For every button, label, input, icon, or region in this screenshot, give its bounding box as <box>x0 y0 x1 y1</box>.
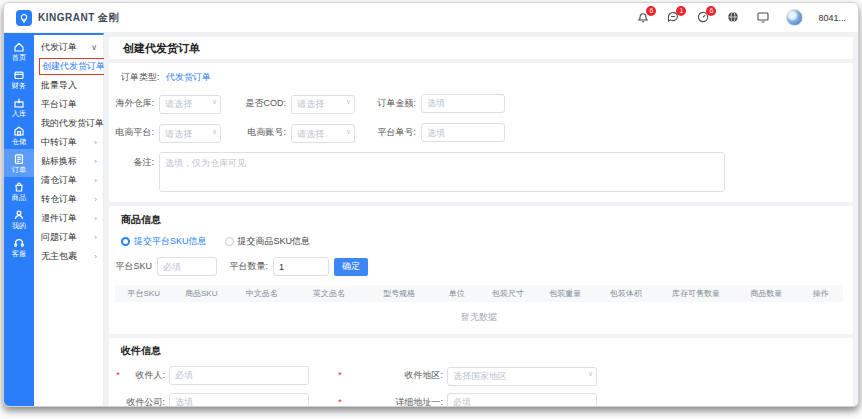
sidebar-group-dropship-orders[interactable]: 代发订单 ∨ <box>34 38 103 57</box>
message-badge: 1 <box>676 6 686 16</box>
remark-label: 备注: <box>115 152 159 169</box>
col-pack-volume: 包装体积 <box>594 288 658 299</box>
order-amount-input[interactable] <box>421 94 505 113</box>
shopping-bag-icon <box>13 181 25 193</box>
platform-sku-input[interactable] <box>157 257 217 276</box>
recipient-name-input[interactable] <box>169 366 309 385</box>
recipient-company-input[interactable] <box>169 393 309 408</box>
sidebar-item-create-dropship-order[interactable]: 创建代发货订单 <box>34 57 103 76</box>
chevron-right-icon: › <box>94 157 97 166</box>
chevron-right-icon: › <box>94 176 97 185</box>
col-unit: 单位 <box>434 288 479 299</box>
sidebar-item-transit-orders[interactable]: 中转订单› <box>34 133 103 152</box>
sidebar-item-warehouse-transfer-orders[interactable]: 转仓订单› <box>34 190 103 209</box>
sidebar-item-batch-import[interactable]: 批量导入 <box>34 76 103 95</box>
gauge-icon[interactable]: 6 <box>696 10 711 25</box>
col-product-qty: 商品数量 <box>734 288 798 299</box>
overseas-warehouse-label: 海外仓库: <box>115 97 159 110</box>
address-line1-label: 详细地址一: <box>343 396 447 408</box>
radio-platform-sku[interactable]: 提交平台SKU信息 <box>121 235 207 248</box>
inbound-box-icon <box>13 97 25 109</box>
ecommerce-platform-select[interactable]: ∨ <box>159 123 221 144</box>
wallet-icon <box>13 69 25 81</box>
primary-nav-rail: 首页 财务 入库 仓储 订单 商品 <box>4 33 34 407</box>
confirm-button[interactable]: 确定 <box>334 258 368 276</box>
col-product-sku: 商品SKU <box>172 288 229 299</box>
rail-item-service[interactable]: 客服 <box>4 233 34 261</box>
headset-icon <box>13 237 25 249</box>
sidebar-item-clearance-orders[interactable]: 清仓订单› <box>34 171 103 190</box>
user-avatar[interactable] <box>786 9 803 26</box>
col-stock-available: 库存可售数量 <box>658 288 735 299</box>
username[interactable]: 8041... <box>818 13 846 23</box>
sidebar-item-my-dropship-orders[interactable]: 我的代发货订单 <box>34 114 103 133</box>
col-pack-weight: 包装重量 <box>536 288 593 299</box>
order-doc-icon <box>13 153 25 165</box>
overseas-warehouse-select[interactable]: ∨ <box>159 93 221 114</box>
app-window: KINGRANT 金刚 6 1 6 <box>3 2 859 407</box>
recipient-section-title: 收件信息 <box>115 344 843 358</box>
recipient-info-card: 收件信息 * 收件人: * 收件地区: ∨ * 收件公司: <box>109 338 853 407</box>
message-icon[interactable]: 1 <box>666 10 681 25</box>
chevron-right-icon: › <box>94 138 97 147</box>
col-actions: 操作 <box>798 288 843 299</box>
chevron-right-icon: › <box>94 233 97 242</box>
rail-item-home[interactable]: 首页 <box>4 37 34 65</box>
address-line1-input[interactable] <box>447 393 597 408</box>
person-icon <box>13 209 25 221</box>
product-table-header: 平台SKU 商品SKU 中文品名 英文品名 型号规格 单位 包装尺寸 包装重量 … <box>115 285 843 302</box>
sidebar-item-platform-orders[interactable]: 平台订单 <box>34 95 103 114</box>
sidebar-item-return-orders[interactable]: 退件订单› <box>34 209 103 228</box>
chevron-down-icon: ∨ <box>91 43 97 52</box>
product-section-title: 商品信息 <box>115 213 843 227</box>
ecommerce-account-label: 电商账号: <box>221 126 291 139</box>
rail-item-storage[interactable]: 仓储 <box>4 121 34 149</box>
radio-product-sku[interactable]: 提交商品SKU信息 <box>225 235 311 248</box>
home-icon <box>13 41 25 53</box>
ecommerce-platform-label: 电商平台: <box>115 126 159 139</box>
ecommerce-account-select[interactable]: ∨ <box>291 123 355 144</box>
order-type-link[interactable]: 代发货订单 <box>166 72 211 82</box>
globe-icon[interactable] <box>726 10 741 25</box>
order-type-label: 订单类型: <box>121 72 160 82</box>
col-en-name: 英文品名 <box>294 288 364 299</box>
brand-name: KINGRANT 金刚 <box>38 11 119 25</box>
col-pack-size: 包装尺寸 <box>479 288 536 299</box>
recipient-company-label: 收件公司: <box>121 396 169 408</box>
brand-logo: KINGRANT 金刚 <box>16 10 119 26</box>
topbar: KINGRANT 金刚 6 1 6 <box>4 3 858 33</box>
notification-bell-icon[interactable]: 6 <box>636 10 651 25</box>
rail-item-products[interactable]: 商品 <box>4 177 34 205</box>
annotation-red-box: 创建代发货订单 <box>39 58 108 75</box>
platform-order-no-input[interactable] <box>421 123 505 142</box>
platform-qty-input[interactable] <box>273 257 329 276</box>
rail-item-orders[interactable]: 订单 <box>4 149 34 177</box>
rail-item-finance[interactable]: 财务 <box>4 65 34 93</box>
sidebar-item-problem-orders[interactable]: 问题订单› <box>34 228 103 247</box>
main-content: 创建代发货订单 订单类型: 代发货订单 海外仓库: ∨ 是否COD: <box>104 33 858 407</box>
product-info-card: 商品信息 提交平台SKU信息 提交商品SKU信息 平台SKU 平台数量: <box>109 206 853 334</box>
page-title: 创建代发货订单 <box>109 37 853 59</box>
monitor-icon[interactable] <box>756 10 771 25</box>
chevron-right-icon: › <box>94 214 97 223</box>
platform-sku-label: 平台SKU <box>115 260 157 273</box>
platform-order-no-label: 平台单号: <box>355 126 421 139</box>
cod-select[interactable]: ∨ <box>291 93 355 114</box>
rail-item-inbound[interactable]: 入库 <box>4 93 34 121</box>
brand-logo-icon <box>16 10 32 26</box>
radio-unselected-icon <box>225 237 234 246</box>
warehouse-icon <box>13 125 25 137</box>
bell-badge: 6 <box>646 6 656 16</box>
chevron-right-icon: › <box>94 252 97 261</box>
recipient-region-label: 收件地区: <box>343 369 447 382</box>
col-cn-name: 中文品名 <box>230 288 294 299</box>
radio-selected-icon <box>121 237 130 246</box>
sidebar-item-unclaimed-packages[interactable]: 无主包裹› <box>34 247 103 266</box>
recipient-region-select[interactable]: ∨ <box>447 365 597 386</box>
recipient-name-label: 收件人: <box>121 369 169 382</box>
remark-textarea[interactable] <box>159 152 725 192</box>
gauge-badge: 6 <box>706 6 716 16</box>
platform-qty-label: 平台数量: <box>217 260 273 273</box>
sidebar-item-relabel[interactable]: 贴标换标› <box>34 152 103 171</box>
rail-item-mine[interactable]: 我的 <box>4 205 34 233</box>
